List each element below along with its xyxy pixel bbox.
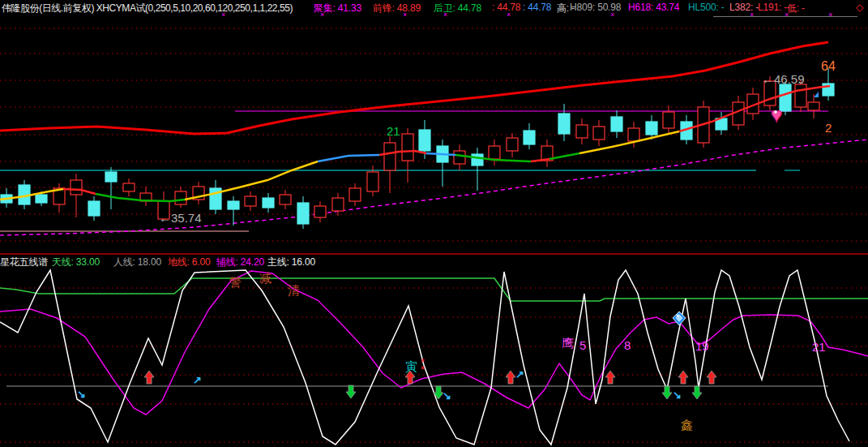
- candlestick-bull: [175, 191, 186, 204]
- candlestick-bear: [611, 117, 622, 131]
- trend-arrow-icon: ↘: [77, 388, 86, 400]
- sell-signal-arrow-icon: [346, 385, 356, 398]
- sell-signal-arrow-icon: [662, 386, 672, 399]
- price-annotation: ←46.59: [762, 72, 805, 86]
- candlestick-bear: [524, 131, 535, 144]
- signal-text-marker: 5: [579, 338, 586, 352]
- candlestick-bull: [489, 146, 500, 159]
- panel2-field-4: 辅线: 24.20: [216, 256, 264, 269]
- candlestick-bear: [419, 130, 430, 151]
- gem-highlight: [677, 315, 679, 317]
- candlestick-bull: [576, 125, 588, 138]
- candlestick-bear: [263, 198, 274, 208]
- panel2-field-0: 星花五线谱: [0, 256, 48, 269]
- trading-app-window: 伟隆股份(日线.前复权) XHCYMA试(0,250,5,10,20,60,12…: [0, 0, 868, 447]
- signal-text-marker: 8: [624, 338, 631, 352]
- candlestick-bull: [402, 134, 413, 161]
- buy-signal-arrow-icon: [144, 371, 154, 384]
- header-tick-icon: ×: [221, 11, 225, 19]
- multicolor-ma-segment: [318, 155, 379, 161]
- candlestick-bear: [228, 201, 239, 209]
- chart-canvas[interactable]: ←35.74←46.5921642♥×××××××××↘↗↘↗↘警减清寅**鹰5…: [0, 0, 868, 447]
- panel-separator[interactable]: [0, 253, 868, 255]
- heart-highlight: [774, 110, 777, 114]
- candlestick-bear: [472, 154, 483, 165]
- header-tick-icon: ×: [507, 11, 511, 19]
- price-annotation: 21: [387, 124, 400, 138]
- signal-text-marker: 减: [259, 271, 272, 285]
- indicator-line-天线: [0, 278, 868, 301]
- sell-signal-arrow-icon: [692, 386, 702, 399]
- signal-text-marker: 19: [695, 339, 709, 353]
- multicolor-ma-segment: [185, 161, 318, 200]
- header-tick-icon: ×: [443, 11, 447, 19]
- candlestick-bull: [332, 198, 344, 211]
- candlestick-bull: [795, 84, 806, 107]
- signal-text-marker: 鑫: [681, 418, 693, 432]
- blue-tick-marker: [814, 92, 819, 97]
- candlestick-bull: [384, 143, 396, 170]
- header-tick-icon: ×: [610, 11, 614, 19]
- candlestick-bull: [245, 196, 256, 206]
- candlestick-bear: [105, 172, 117, 182]
- candlestick-bear: [558, 114, 570, 134]
- candlestick-bull: [663, 112, 674, 128]
- signal-text-marker: 鹰: [562, 336, 574, 350]
- panel2-field-1: 天线: 33.00: [52, 256, 100, 269]
- candlestick-bull: [454, 151, 465, 164]
- header-tick-icon: ×: [320, 11, 324, 19]
- price-annotation: 64: [821, 59, 836, 73]
- candlestick-bull: [367, 172, 378, 191]
- header-tick-icon: ×: [750, 11, 754, 19]
- panel2-field-2: 人线: 18.00: [113, 256, 161, 269]
- trend-arrow-icon: ↘: [673, 389, 682, 401]
- candlestick-bear: [297, 203, 309, 224]
- candlestick-bull: [314, 206, 326, 217]
- candlestick-bull: [593, 127, 605, 140]
- buy-signal-arrow-icon: [707, 371, 716, 384]
- heart-marker: ♥: [771, 104, 782, 126]
- signal-text-marker: 21: [812, 340, 826, 354]
- buy-signal-arrow-icon: [506, 371, 515, 384]
- signal-text-marker: 清: [288, 283, 300, 297]
- candlestick-bull: [71, 180, 82, 195]
- price-annotation: ←35.74: [159, 211, 202, 225]
- multicolor-ma-segment: [549, 153, 579, 159]
- candlestick-bull: [123, 183, 135, 191]
- candlestick-bull: [628, 128, 639, 141]
- multicolor-ma-segment: [426, 153, 455, 155]
- price-annotation: 2: [825, 121, 832, 135]
- panel2-field-5: 主线: 16.00: [267, 256, 315, 269]
- candlestick-bull: [507, 138, 518, 151]
- header-tick-icon: ×: [785, 11, 789, 19]
- trend-arrow-icon: ↗: [193, 374, 202, 386]
- candlestick-bear: [36, 195, 47, 203]
- signal-text-marker: *: [421, 363, 425, 376]
- header-tick-icon: ×: [403, 11, 407, 19]
- header-tick-icon: ×: [828, 11, 832, 19]
- candlestick-bear: [646, 122, 657, 135]
- candlestick-bull: [349, 188, 361, 201]
- trend-arrow-icon: ↗: [515, 368, 524, 380]
- buy-signal-arrow-icon: [605, 371, 615, 384]
- candlestick-bull: [280, 195, 291, 204]
- indicator2-header-row: 星花五线谱天线: 33.00人线: 18.00地线: 6.00辅线: 24.20…: [0, 256, 868, 269]
- buy-signal-arrow-icon: [678, 371, 688, 384]
- signal-text-marker: 寅: [405, 359, 417, 373]
- trend-arrow-icon: ↘: [443, 389, 451, 402]
- candlestick-bear: [88, 201, 100, 216]
- candlestick-bull: [808, 102, 819, 110]
- signal-text-marker: 警: [229, 275, 242, 289]
- panel2-field-3: 地线: 6.00: [168, 256, 210, 269]
